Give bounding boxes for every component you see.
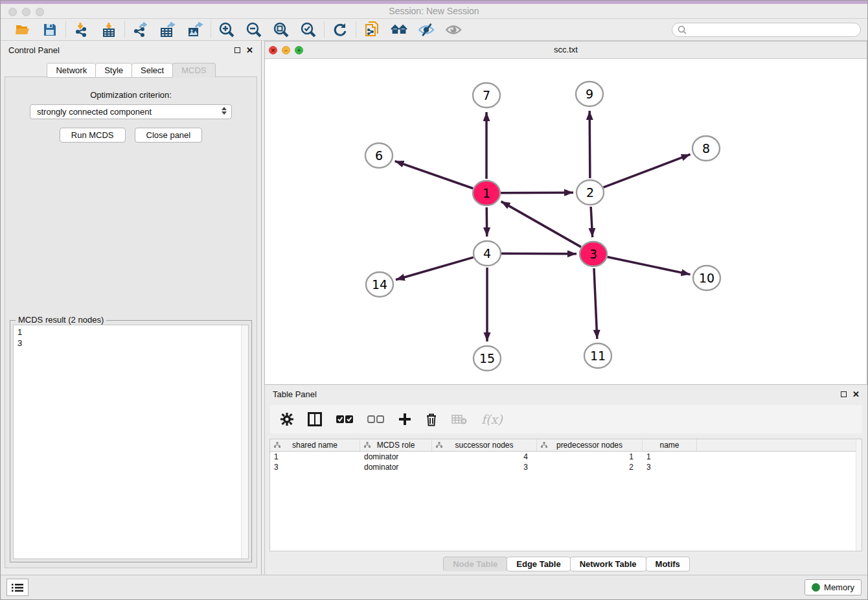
graph-node-label: 4 xyxy=(483,246,491,260)
deselect-all-icon[interactable] xyxy=(367,415,384,424)
network-view-frame: ✕ − + scc.txt 1234678910111415 xyxy=(264,41,867,385)
tab-edge-table[interactable]: Edge Table xyxy=(507,557,570,571)
close-panel-button[interactable]: Close panel xyxy=(135,128,203,143)
graph-node-label: 1 xyxy=(483,186,490,200)
cell-shared-name: 1 xyxy=(270,452,360,461)
graph-node-label: 14 xyxy=(372,277,387,292)
mcds-result-list[interactable]: 1 3 xyxy=(13,325,249,559)
graph-node-label: 8 xyxy=(702,141,710,156)
network-canvas[interactable]: 1234678910111415 xyxy=(265,59,867,384)
select-all-icon[interactable] xyxy=(336,415,353,424)
select-stepper-icon xyxy=(222,107,227,115)
table-panel-title: Table Panel xyxy=(273,389,317,399)
save-session-icon[interactable] xyxy=(41,21,58,38)
refresh-view-icon[interactable] xyxy=(332,21,348,38)
sort-icon xyxy=(274,442,280,448)
first-neighbors-icon[interactable] xyxy=(391,21,407,38)
cell-successor-nodes: 4 xyxy=(432,452,537,461)
show-all-icon[interactable] xyxy=(445,21,462,38)
table-header-row: shared name MCDS role successor nodes pr… xyxy=(270,439,862,452)
close-panel-icon[interactable]: ✕ xyxy=(246,46,253,54)
graph-edge-3-11[interactable] xyxy=(594,268,597,339)
memory-status-icon xyxy=(812,583,820,592)
create-column-icon[interactable] xyxy=(398,413,411,426)
tab-select[interactable]: Select xyxy=(131,63,173,78)
float-panel-icon[interactable] xyxy=(234,47,240,53)
search-input[interactable] xyxy=(687,25,855,34)
window-title: Session: New Session xyxy=(1,6,867,16)
mcds-panel: Optimization criterion: strongly connect… xyxy=(5,76,257,568)
table-scrollbar[interactable] xyxy=(856,439,862,551)
fit-content-icon[interactable] xyxy=(273,21,290,38)
mcds-result-title: MCDS result (2 nodes) xyxy=(16,315,106,325)
graph-node-label: 15 xyxy=(479,351,495,365)
column-header-name[interactable]: name xyxy=(643,439,697,451)
criterion-select[interactable]: strongly connected component xyxy=(30,104,232,119)
column-header-successor-nodes[interactable]: successor nodes xyxy=(432,439,537,451)
sort-icon xyxy=(436,442,442,448)
table-panel: Table Panel ✕ xyxy=(264,385,867,575)
new-network-from-selection-icon[interactable] xyxy=(363,21,380,38)
tab-motifs[interactable]: Motifs xyxy=(646,557,690,571)
table-settings-icon[interactable] xyxy=(280,413,293,426)
control-panel: Control Panel ✕ Network Style Select MCD… xyxy=(1,41,262,575)
open-session-icon[interactable] xyxy=(14,21,31,38)
result-scrollbar[interactable] xyxy=(241,325,248,559)
column-header-mcds-role[interactable]: MCDS role xyxy=(360,439,432,451)
import-table-icon[interactable] xyxy=(100,21,117,38)
export-image-icon[interactable] xyxy=(187,21,203,38)
zoom-out-icon[interactable] xyxy=(246,21,262,38)
hide-selected-icon[interactable] xyxy=(418,21,435,38)
task-history-button[interactable] xyxy=(6,579,29,596)
graph-node-label: 9 xyxy=(586,87,593,101)
run-mcds-button[interactable]: Run MCDS xyxy=(60,128,126,143)
sort-icon xyxy=(364,442,371,448)
cell-name: 3 xyxy=(643,463,697,472)
criterion-value: strongly connected component xyxy=(37,107,152,117)
column-header-predecessor-nodes[interactable]: predecessor nodes xyxy=(537,439,643,451)
graph-edge-3-10[interactable] xyxy=(608,257,691,275)
table-row[interactable]: 3 dominator 3 2 3 xyxy=(270,462,862,472)
tab-node-table[interactable]: Node Table xyxy=(443,557,507,571)
float-table-panel-icon[interactable] xyxy=(841,391,847,397)
table-row[interactable]: 1 dominator 4 1 1 xyxy=(270,452,862,462)
graph-edge-3-1[interactable] xyxy=(501,202,581,247)
memory-button[interactable]: Memory xyxy=(805,579,862,595)
graph-edge-2-8[interactable] xyxy=(604,154,691,187)
cell-predecessor-nodes: 2 xyxy=(537,463,643,472)
graph-edge-4-3[interactable] xyxy=(501,253,577,254)
delete-column-icon[interactable] xyxy=(426,413,437,426)
column-header-shared-name[interactable]: shared name xyxy=(270,439,360,451)
table-toolbar: f(x) xyxy=(270,405,862,433)
window-titlebar: Session: New Session xyxy=(1,1,867,19)
memory-label: Memory xyxy=(824,583,854,592)
graph-edge-1-6[interactable] xyxy=(395,161,474,189)
graph-edge-1-2[interactable] xyxy=(501,192,573,193)
tab-mcds[interactable]: MCDS xyxy=(172,63,215,78)
show-columns-icon[interactable] xyxy=(308,412,322,426)
graph-node-label: 11 xyxy=(590,349,606,363)
cell-predecessor-nodes: 1 xyxy=(537,452,643,461)
cell-successor-nodes: 3 xyxy=(432,463,537,472)
import-network-icon[interactable] xyxy=(73,21,90,38)
mcds-result-line: 1 xyxy=(17,327,244,338)
network-graph[interactable]: 1234678910111415 xyxy=(265,59,867,385)
zoom-in-icon[interactable] xyxy=(218,21,235,38)
export-table-icon[interactable] xyxy=(159,21,176,38)
control-panel-tabs: Network Style Select MCDS xyxy=(1,63,261,78)
tab-style[interactable]: Style xyxy=(95,63,132,78)
mcds-result-box: MCDS result (2 nodes) 1 3 xyxy=(10,320,252,562)
close-table-panel-icon[interactable]: ✕ xyxy=(852,390,860,398)
cell-shared-name: 3 xyxy=(270,463,360,472)
search-box xyxy=(672,23,861,37)
graph-edge-4-14[interactable] xyxy=(396,257,474,280)
zoom-selected-icon[interactable] xyxy=(300,21,317,38)
tab-network-table[interactable]: Network Table xyxy=(570,557,646,571)
mcds-result-line: 3 xyxy=(17,338,244,349)
graph-edge-2-3[interactable] xyxy=(591,207,592,237)
graph-node-label: 7 xyxy=(483,88,490,102)
tab-network[interactable]: Network xyxy=(47,63,96,78)
export-network-icon[interactable] xyxy=(132,21,149,38)
graph-edge-2-9[interactable] xyxy=(589,111,590,178)
graph-node-label: 2 xyxy=(586,185,594,200)
